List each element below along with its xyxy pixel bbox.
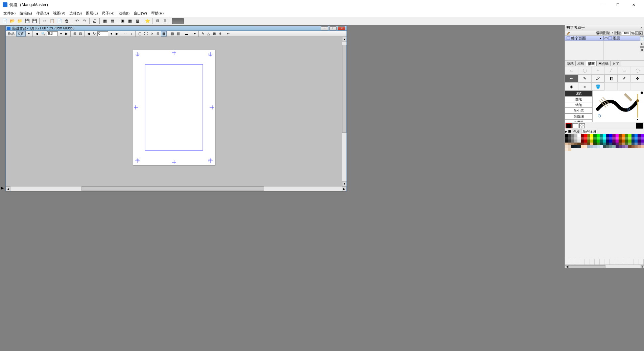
swatch-color[interactable]: [622, 145, 625, 148]
layout1-icon[interactable]: ▤: [169, 31, 175, 36]
swatch-color[interactable]: [609, 134, 612, 137]
swatch-color[interactable]: [577, 145, 580, 148]
menu-window[interactable]: 窗口(W): [132, 10, 149, 17]
swatch-color[interactable]: [631, 134, 635, 137]
swatch-color[interactable]: [635, 140, 638, 143]
swatch-color[interactable]: [577, 137, 580, 140]
swatch-color[interactable]: [616, 140, 619, 143]
swatch-color[interactable]: [584, 134, 587, 137]
tab-text[interactable]: 文字: [610, 61, 621, 66]
custom-scroll-right-icon[interactable]: ▶: [641, 265, 644, 268]
swatch-color[interactable]: [622, 143, 625, 146]
swatch-color[interactable]: [568, 137, 571, 140]
cut-icon[interactable]: ✂: [41, 18, 48, 24]
move-tool-icon[interactable]: ✥: [631, 74, 644, 82]
scroll-thumb-h[interactable]: [81, 186, 264, 191]
swatch-color[interactable]: [609, 145, 612, 148]
vertical-scrollbar[interactable]: ▲ ▼: [342, 37, 347, 186]
color-transparent[interactable]: [579, 123, 585, 128]
swatch-color[interactable]: [609, 143, 612, 146]
rotate-icon[interactable]: ↻: [92, 31, 97, 36]
display2-icon[interactable]: 🖥: [162, 18, 168, 24]
swatch-color[interactable]: [616, 134, 619, 137]
close-button[interactable]: ✕: [626, 0, 641, 9]
doc-minimize-button[interactable]: ─: [321, 26, 328, 30]
pen-kabura[interactable]: 镝笔: [565, 102, 592, 108]
page-dropdown-icon[interactable]: ▾: [26, 31, 31, 36]
clear-icon[interactable]: 🗑: [64, 18, 70, 24]
ellipse-tool-icon[interactable]: ◯: [631, 66, 644, 74]
swatch-color[interactable]: [565, 140, 568, 143]
pen-gray[interactable]: 灰度笔: [565, 119, 592, 122]
swatch-color[interactable]: [597, 143, 600, 146]
swatch-color[interactable]: [587, 145, 590, 148]
swatch-color[interactable]: [568, 145, 571, 148]
opacity-input[interactable]: [622, 31, 630, 35]
document-titlebar[interactable]: [新建作品 - 1页] (21.00 * 29.70cm 600dpi) ─ ☐…: [6, 26, 347, 31]
line-select-icon[interactable]: ╱: [604, 66, 618, 74]
swatch-color[interactable]: [603, 134, 606, 137]
swatch-color[interactable]: [641, 143, 644, 146]
swatch-color[interactable]: [606, 140, 609, 143]
swatch-color[interactable]: [612, 137, 615, 140]
scroll-down-icon[interactable]: ▼: [342, 181, 347, 186]
swatch-color[interactable]: [577, 140, 580, 143]
swatch-color[interactable]: [571, 134, 574, 137]
panel1-icon[interactable]: ▦: [101, 18, 108, 24]
maximize-button[interactable]: ☐: [610, 0, 626, 9]
scroll-thumb-v[interactable]: [342, 45, 347, 133]
swatch-color[interactable]: [638, 143, 641, 146]
swatch-color[interactable]: [590, 143, 593, 146]
swatch-color[interactable]: [581, 137, 584, 140]
panel2-icon[interactable]: ▤: [109, 18, 116, 24]
rotate-right-icon[interactable]: ▶: [114, 31, 120, 36]
pen-round[interactable]: 圆笔: [565, 96, 592, 102]
angle-dropdown-icon[interactable]: ▾: [109, 31, 114, 36]
swatch-color[interactable]: [597, 134, 600, 137]
swatch-color[interactable]: [565, 148, 568, 151]
swatch-color[interactable]: [612, 143, 615, 146]
swatch-color[interactable]: [568, 148, 571, 151]
marquee-icon[interactable]: ▭: [565, 66, 578, 74]
swatch-color[interactable]: [628, 137, 631, 140]
swatch-color[interactable]: [616, 137, 619, 140]
pen-thin[interactable]: 尖端细: [565, 114, 592, 119]
menu-filter[interactable]: 滤镜(I): [117, 10, 132, 17]
angle-input[interactable]: [97, 31, 108, 36]
lasso-icon[interactable]: ◯: [578, 66, 591, 74]
swatch-color[interactable]: [619, 140, 622, 143]
panel5-icon[interactable]: ▩: [134, 18, 141, 24]
undo-icon[interactable]: ↶: [74, 18, 80, 24]
view-mode3-icon[interactable]: ✕: [149, 31, 155, 36]
menu-help[interactable]: 帮助(H): [149, 10, 166, 17]
swatch-handle-icon[interactable]: ▶: [565, 130, 568, 133]
swatch-color[interactable]: [590, 134, 593, 137]
swatch-color[interactable]: [584, 143, 587, 146]
swatch-color[interactable]: [619, 143, 622, 146]
swatch-color[interactable]: [641, 137, 644, 140]
tab-page[interactable]: 页面: [16, 31, 26, 36]
swatch-color[interactable]: [574, 137, 577, 140]
swatch-color[interactable]: [600, 143, 603, 146]
opacity-menu-icon[interactable]: ▸: [639, 31, 643, 35]
swatch-color[interactable]: [571, 140, 574, 143]
menu-layer[interactable]: 图层(L): [84, 10, 100, 17]
color-current[interactable]: [636, 123, 643, 129]
ruler3-icon[interactable]: ⊞: [212, 31, 217, 36]
swatch-color[interactable]: [616, 145, 619, 148]
layer-delete-icon[interactable]: 🗑: [640, 47, 644, 52]
swatch-color[interactable]: [603, 140, 606, 143]
open-icon[interactable]: 📂: [9, 18, 16, 24]
swatch-color[interactable]: [587, 143, 590, 146]
panel4-icon[interactable]: ▦: [126, 18, 133, 24]
minimize-button[interactable]: ─: [595, 0, 610, 9]
pen-tool-icon[interactable]: ✒: [565, 74, 578, 82]
open2-icon[interactable]: 📁: [16, 18, 23, 24]
menu-ruler[interactable]: 尺子(R): [100, 10, 116, 17]
lines-icon[interactable]: ≡: [578, 82, 591, 91]
swatch-color[interactable]: [584, 140, 587, 143]
tab-color-detail[interactable]: 颜色详细: [581, 129, 597, 134]
zoom-icon[interactable]: 🔍: [40, 31, 47, 36]
zoom-input[interactable]: [47, 31, 58, 36]
zoom-out-icon[interactable]: ◀: [34, 31, 40, 36]
